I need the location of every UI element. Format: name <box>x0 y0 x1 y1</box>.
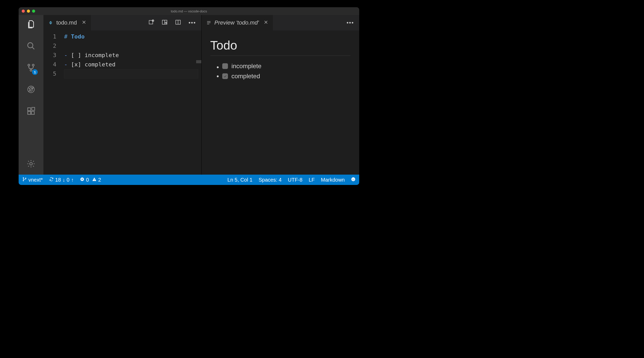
open-preview-side-icon[interactable] <box>162 19 168 26</box>
editor-area: todo.md <box>43 15 359 175</box>
tab-todo-md[interactable]: todo.md <box>43 15 91 30</box>
status-indent[interactable]: Spaces: 4 <box>259 177 282 183</box>
more-actions-button[interactable]: ••• <box>188 19 196 26</box>
svg-rect-12 <box>28 111 30 114</box>
svg-point-31 <box>23 177 24 178</box>
status-encoding[interactable]: UTF-8 <box>288 177 303 183</box>
status-problems[interactable]: 0 2 <box>80 177 101 183</box>
branch-name: vnext* <box>28 177 43 183</box>
svg-point-32 <box>23 180 24 181</box>
tab-close-button[interactable] <box>264 20 268 26</box>
tab-close-button[interactable] <box>82 20 86 26</box>
bug-disabled-icon <box>27 85 35 95</box>
list-item-label: incomplete <box>232 63 262 70</box>
list-item: incomplete <box>222 63 351 70</box>
svg-line-1 <box>32 47 34 49</box>
titlebar[interactable]: todo.md — vscode-docs <box>19 7 359 15</box>
svg-point-3 <box>32 64 34 66</box>
code-editor[interactable]: 1 2 3 4 5 # Todo - [ ] incomplete - [x] … <box>43 30 201 175</box>
activity-settings[interactable] <box>26 159 36 169</box>
svg-point-2 <box>28 64 30 66</box>
close-icon <box>82 20 86 26</box>
svg-point-38 <box>94 180 95 181</box>
svg-line-9 <box>28 88 29 89</box>
window-title: todo.md — vscode-docs <box>19 9 359 13</box>
close-icon <box>264 20 268 26</box>
status-feedback[interactable] <box>351 177 356 183</box>
line-gutter: 1 2 3 4 5 <box>43 32 64 175</box>
preview-heading: Todo <box>210 38 351 56</box>
more-actions-button[interactable]: ••• <box>347 19 354 26</box>
svg-rect-11 <box>28 108 30 111</box>
code-line[interactable] <box>64 41 201 51</box>
tabs-row-source: todo.md <box>43 15 201 30</box>
checkbox-checked-icon <box>222 73 228 79</box>
activity-explorer[interactable] <box>26 20 36 30</box>
scm-badge: 1 <box>32 69 38 75</box>
code-line[interactable]: # Todo <box>64 32 201 41</box>
svg-rect-13 <box>31 111 34 114</box>
status-cursor[interactable]: Ln 5, Col 1 <box>227 177 252 183</box>
arrow-down-icon: ↓ <box>63 177 65 183</box>
markdown-preview[interactable]: Todo incomplete <box>202 30 359 175</box>
svg-rect-14 <box>32 107 35 110</box>
svg-point-22 <box>165 22 167 24</box>
code-lines[interactable]: # Todo - [ ] incomplete - [x] completed <box>64 32 201 175</box>
editor-group-source: todo.md <box>43 15 202 175</box>
activity-search[interactable] <box>26 41 36 52</box>
split-editor-icon[interactable] <box>175 19 181 26</box>
preview-icon <box>206 20 211 25</box>
status-bar: vnext* 18 ↓ 0 ↑ 0 2 <box>19 175 359 185</box>
line-number: 3 <box>43 51 56 60</box>
activity-scm[interactable]: 1 <box>26 63 36 73</box>
window-maximize-button[interactable] <box>32 10 35 13</box>
status-left: vnext* 18 ↓ 0 ↑ 0 2 <box>22 177 101 183</box>
svg-point-40 <box>352 178 353 179</box>
sync-icon <box>49 177 54 183</box>
smiley-icon <box>351 177 356 183</box>
line-number: 1 <box>43 32 56 41</box>
svg-point-0 <box>28 43 33 48</box>
preview-list: incomplete completed <box>210 63 351 80</box>
files-icon <box>27 20 35 30</box>
tab-label: Preview 'todo.md' <box>214 19 259 26</box>
status-eol[interactable]: LF <box>309 177 315 183</box>
status-branch[interactable]: vnext* <box>22 177 43 183</box>
open-changes-icon[interactable] <box>148 19 154 26</box>
code-line[interactable]: - [ ] incomplete <box>64 51 201 60</box>
status-right: Ln 5, Col 1 Spaces: 4 UTF-8 LF Markdown <box>227 177 356 183</box>
editor-actions-preview: ••• <box>341 15 359 30</box>
tabs-row-preview: Preview 'todo.md' ••• <box>202 15 359 30</box>
error-icon <box>80 177 85 183</box>
markdown-file-icon <box>48 20 53 25</box>
warning-icon <box>92 177 97 183</box>
tab-preview-todo-md[interactable]: Preview 'todo.md' <box>202 15 273 30</box>
line-number: 5 <box>43 69 56 79</box>
app-window: todo.md — vscode-docs <box>19 7 359 185</box>
gear-icon <box>27 159 35 169</box>
search-icon <box>27 42 35 51</box>
extensions-icon <box>27 107 35 116</box>
svg-point-41 <box>354 178 354 179</box>
activity-extensions[interactable] <box>26 106 36 117</box>
checkbox-unchecked-icon <box>222 63 228 69</box>
activity-bar: 1 <box>19 15 43 175</box>
list-item-label: completed <box>232 73 260 80</box>
svg-point-33 <box>25 178 26 178</box>
tabs-spacer <box>273 15 341 30</box>
window-minimize-button[interactable] <box>27 10 30 13</box>
window-close-button[interactable] <box>22 10 25 13</box>
status-sync[interactable]: 18 ↓ 0 ↑ <box>49 177 74 183</box>
overview-ruler-thumb[interactable] <box>196 60 201 63</box>
status-language[interactable]: Markdown <box>321 177 345 183</box>
svg-point-15 <box>30 162 32 165</box>
git-branch-icon <box>22 177 27 183</box>
svg-point-4 <box>30 69 32 71</box>
svg-point-39 <box>351 177 355 181</box>
line-number: 2 <box>43 41 56 51</box>
current-line-highlight <box>64 69 198 79</box>
code-line[interactable]: - [x] completed <box>64 60 201 69</box>
tab-label: todo.md <box>56 19 77 26</box>
list-item: completed <box>222 72 351 80</box>
activity-debug[interactable] <box>26 85 36 95</box>
